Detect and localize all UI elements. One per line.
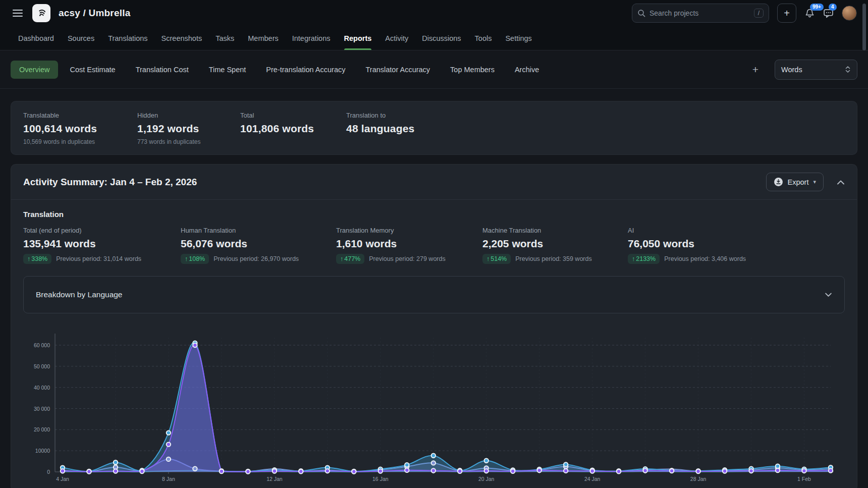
unit-selector[interactable]: Words — [775, 60, 857, 80]
nav-tab-sources[interactable]: Sources — [68, 26, 94, 50]
nav-tab-dashboard[interactable]: Dashboard — [18, 26, 54, 50]
svg-text:10000: 10000 — [35, 448, 50, 454]
svg-text:16 Jan: 16 Jan — [372, 476, 389, 482]
change-badge: ↑338% — [23, 254, 51, 264]
notifications-button[interactable]: 99+ — [804, 8, 815, 18]
stat-languages: Translation to 48 languages — [346, 112, 414, 145]
svg-text:20 Jan: 20 Jan — [478, 476, 495, 482]
nav-tab-reports[interactable]: Reports — [344, 26, 372, 50]
export-label: Export — [788, 178, 809, 186]
word-stats-card: Translatable 100,614 words 10,569 words … — [11, 101, 857, 155]
subtab-translator-accuracy[interactable]: Translator Accuracy — [357, 61, 439, 79]
breakdown-label: Breakdown by Language — [36, 290, 123, 299]
messages-button[interactable]: 4 — [823, 8, 834, 18]
arrow-up-icon: ↑ — [486, 255, 490, 262]
arrow-up-icon: ↑ — [185, 255, 188, 262]
subtab-time-spent[interactable]: Time Spent — [200, 61, 255, 79]
metric-machine-translation: Machine Translation 2,205 words ↑514% Pr… — [482, 227, 628, 264]
svg-text:1 Feb: 1 Feb — [797, 476, 811, 482]
translation-metrics: Total (end of period) 135,941 words ↑338… — [23, 227, 845, 264]
nav-tab-discussions[interactable]: Discussions — [422, 26, 461, 50]
svg-text:4 Jan: 4 Jan — [56, 476, 69, 482]
svg-text:28 Jan: 28 Jan — [690, 476, 707, 482]
download-icon — [774, 177, 783, 187]
svg-text:24 Jan: 24 Jan — [584, 476, 601, 482]
stat-hidden: Hidden 1,192 words 773 words in duplicat… — [137, 112, 240, 145]
export-caret-icon: ▾ — [813, 179, 816, 185]
metric-human-translation: Human Translation 56,076 words ↑108% Pre… — [181, 227, 336, 264]
project-breadcrumb: acsy / Umbrella — [59, 8, 130, 19]
app-logo-icon — [35, 7, 47, 19]
nav-tab-settings[interactable]: Settings — [505, 26, 531, 50]
activity-title: Activity Summary: Jan 4 – Feb 2, 2026 — [23, 177, 197, 188]
arrow-up-icon: ↑ — [27, 255, 30, 262]
hamburger-menu-icon[interactable] — [11, 7, 24, 20]
updown-arrows-icon — [845, 66, 851, 73]
svg-text:50 000: 50 000 — [34, 363, 50, 369]
search-icon — [637, 9, 645, 17]
notifications-badge: 99+ — [810, 4, 824, 11]
chevron-down-icon — [825, 293, 832, 297]
activity-chart-svg: 01000020 00030 00040 00050 00060 0004 Ja… — [23, 324, 846, 488]
main-nav: Dashboard Sources Translations Screensho… — [0, 26, 868, 50]
reports-subnav: Overview Cost Estimate Translation Cost … — [0, 50, 868, 89]
subtab-cost-estimate[interactable]: Cost Estimate — [61, 61, 124, 79]
stat-total: Total 101,806 words — [240, 112, 346, 145]
svg-text:0: 0 — [47, 469, 50, 475]
metric-total: Total (end of period) 135,941 words ↑338… — [23, 227, 181, 264]
metric-ai: AI 76,050 words ↑2133% Previous period: … — [628, 227, 746, 264]
nav-tab-screenshots[interactable]: Screenshots — [161, 26, 202, 50]
app-logo[interactable] — [32, 4, 50, 22]
activity-chart: 01000020 00030 00040 00050 00060 0004 Ja… — [23, 324, 845, 488]
activity-summary-card: Activity Summary: Jan 4 – Feb 2, 2026 Ex… — [11, 164, 857, 488]
svg-text:12 Jan: 12 Jan — [266, 476, 283, 482]
change-badge: ↑108% — [181, 254, 209, 264]
metric-translation-memory: Translation Memory 1,610 words ↑477% Pre… — [336, 227, 482, 264]
chevron-up-icon — [837, 180, 845, 185]
svg-text:60 000: 60 000 — [34, 342, 50, 348]
page-scrollbar-thumb[interactable] — [862, 4, 866, 50]
svg-text:40 000: 40 000 — [34, 385, 50, 391]
search-box[interactable]: / — [632, 4, 769, 23]
change-badge: ↑514% — [482, 254, 511, 264]
subtab-overview[interactable]: Overview — [11, 61, 58, 79]
add-report-button[interactable]: + — [745, 64, 766, 76]
nav-tab-members[interactable]: Members — [248, 26, 278, 50]
breakdown-by-language-accordion[interactable]: Breakdown by Language — [23, 276, 845, 313]
activity-header: Activity Summary: Jan 4 – Feb 2, 2026 Ex… — [11, 165, 857, 199]
subtab-pretranslation-accuracy[interactable]: Pre-translation Accuracy — [257, 61, 354, 79]
create-project-button[interactable]: + — [777, 4, 796, 23]
messages-badge: 4 — [829, 4, 837, 11]
search-shortcut-hint: / — [754, 9, 764, 18]
nav-tab-tools[interactable]: Tools — [475, 26, 492, 50]
nav-tab-integrations[interactable]: Integrations — [292, 26, 331, 50]
main-content: Translatable 100,614 words 10,569 words … — [0, 89, 868, 488]
collapse-section-button[interactable] — [837, 180, 845, 185]
search-input[interactable] — [649, 9, 750, 17]
arrow-up-icon: ↑ — [340, 255, 343, 262]
svg-text:30 000: 30 000 — [34, 406, 50, 412]
svg-text:20 000: 20 000 — [34, 426, 50, 432]
translation-section-title: Translation — [23, 210, 845, 219]
nav-tab-tasks[interactable]: Tasks — [215, 26, 234, 50]
nav-tab-activity[interactable]: Activity — [385, 26, 408, 50]
arrow-up-icon: ↑ — [632, 255, 635, 262]
change-badge: ↑477% — [336, 254, 364, 264]
topbar: acsy / Umbrella / + 99+ 4 — [0, 0, 868, 26]
svg-text:8 Jan: 8 Jan — [162, 476, 175, 482]
user-avatar[interactable] — [842, 6, 857, 21]
subtab-translation-cost[interactable]: Translation Cost — [127, 61, 197, 79]
subtab-archive[interactable]: Archive — [506, 61, 548, 79]
export-button[interactable]: Export ▾ — [766, 173, 824, 191]
stat-translatable: Translatable 100,614 words 10,569 words … — [23, 112, 137, 145]
change-badge: ↑2133% — [628, 254, 660, 264]
unit-selector-value: Words — [781, 66, 802, 74]
nav-tab-translations[interactable]: Translations — [108, 26, 147, 50]
subtab-top-members[interactable]: Top Members — [442, 61, 503, 79]
